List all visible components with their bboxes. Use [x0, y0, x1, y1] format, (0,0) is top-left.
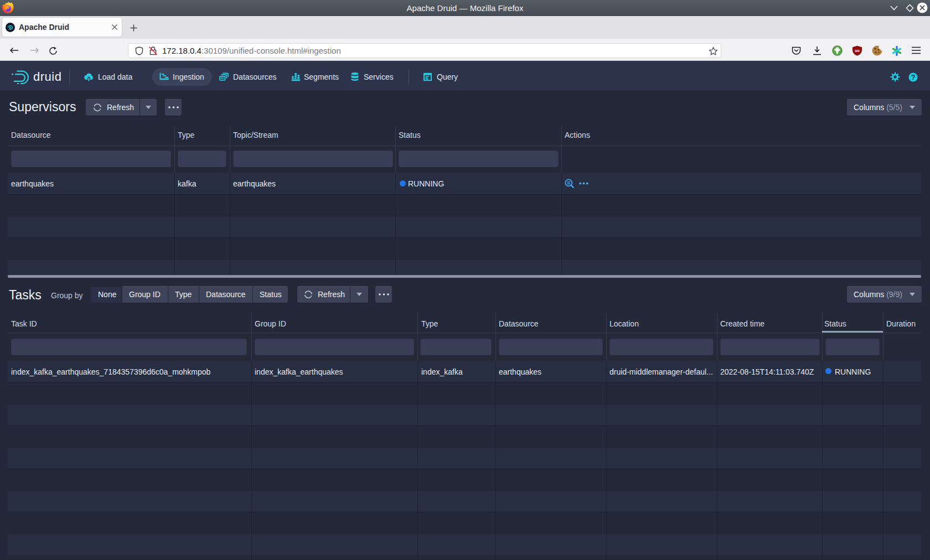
svg-text:uo: uo: [855, 49, 860, 53]
svg-text:?: ?: [911, 74, 916, 81]
